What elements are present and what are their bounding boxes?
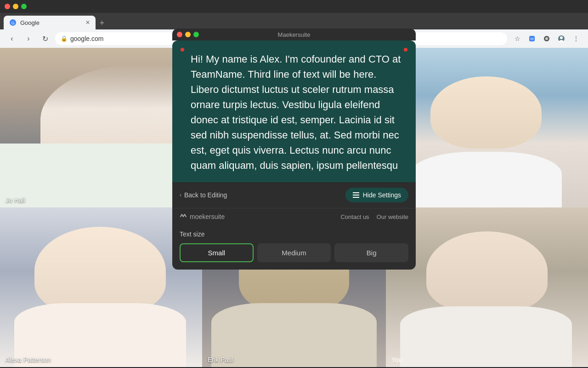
new-tab-button[interactable]: +: [96, 17, 108, 29]
url-text: google.com: [70, 35, 103, 42]
extension-icon-1[interactable]: M: [526, 32, 538, 45]
traffic-light-minimize[interactable]: [13, 4, 18, 9]
browser-tabs: G Google ✕ +: [0, 13, 588, 29]
extension-icon-2[interactable]: [540, 32, 553, 45]
size-medium-button[interactable]: Medium: [257, 243, 331, 262]
lines-icon: [353, 192, 359, 198]
back-to-editing-button[interactable]: ‹ Back to Editing: [180, 191, 227, 199]
svg-point-5: [545, 37, 548, 40]
maeker-logo: moekersuite: [180, 213, 225, 220]
participant-name-erik: Erik Paul: [208, 356, 233, 363]
video-cell-jo-hall: Jo Hall: [0, 48, 202, 207]
tab-favicon: G: [9, 19, 17, 26]
forward-button[interactable]: ›: [22, 32, 35, 45]
maeker-traffic-lights: [177, 32, 199, 37]
maeker-logo-icon: [180, 213, 187, 220]
hide-settings-label: Hide Settings: [363, 191, 401, 199]
back-button[interactable]: ‹: [6, 32, 18, 45]
browser-titlebar: [0, 0, 588, 13]
maeker-tl-fullscreen[interactable]: [193, 32, 199, 37]
size-big-button[interactable]: Big: [334, 243, 408, 262]
tab-title: Google: [20, 19, 82, 26]
video-cell-alexa: Alexa Patterson: [0, 207, 202, 367]
tab-close-button[interactable]: ✕: [85, 19, 90, 26]
lock-icon: 🔒: [61, 35, 68, 42]
red-dot-right: [404, 48, 407, 52]
maeker-logo-text: moekersuite: [190, 213, 225, 220]
participant-name-alexa: Alexa Patterson: [6, 356, 51, 363]
hide-settings-button[interactable]: Hide Settings: [345, 188, 408, 202]
more-button[interactable]: ⋮: [570, 32, 582, 45]
video-cell-you: You: [386, 207, 588, 367]
back-to-editing-label: Back to Editing: [184, 191, 227, 199]
traffic-light-fullscreen[interactable]: [21, 4, 27, 9]
maeker-overlay: Hi! My name is Alex. I'm cofounder and C…: [172, 40, 416, 270]
settings-header: ‹ Back to Editing Hide Settings: [172, 182, 416, 208]
red-dot-left: [181, 48, 184, 52]
maeker-tl-close[interactable]: [177, 32, 182, 37]
chevron-left-icon: ‹: [180, 192, 181, 198]
size-small-button[interactable]: Small: [180, 243, 254, 262]
profile-icon[interactable]: [555, 32, 568, 45]
reload-button[interactable]: ↻: [39, 32, 51, 45]
svg-point-7: [560, 36, 563, 39]
our-website-link[interactable]: Our website: [377, 213, 408, 220]
bookmark-button[interactable]: ☆: [511, 32, 524, 45]
participant-name-jo: Jo Hall: [6, 196, 25, 204]
text-size-buttons: Small Medium Big: [180, 243, 408, 262]
browser-tab-active[interactable]: G Google ✕: [4, 16, 96, 29]
text-size-section: Text size Small Medium Big: [172, 225, 416, 270]
maeker-window-titlebar: Maekersuite: [172, 29, 416, 40]
teleprompter-text: Hi! My name is Alex. I'm cofounder and C…: [185, 52, 403, 173]
text-size-label: Text size: [180, 230, 408, 238]
svg-text:G: G: [11, 21, 14, 25]
video-cell-top-right: [386, 48, 588, 207]
contact-us-link[interactable]: Contact us: [340, 213, 369, 220]
maeker-window-title: Maekersuite: [278, 31, 311, 38]
jo-hall-video: [0, 48, 202, 207]
settings-branding: moekersuite Contact us Our website: [172, 208, 416, 225]
you-label: You: [391, 356, 402, 363]
settings-links: Contact us Our website: [340, 213, 408, 220]
traffic-light-close[interactable]: [5, 4, 10, 9]
maeker-tl-minimize[interactable]: [185, 32, 191, 37]
toolbar-actions: ☆ M ⋮: [511, 32, 582, 45]
teleprompter-card: Hi! My name is Alex. I'm cofounder and C…: [172, 40, 416, 182]
svg-text:M: M: [531, 37, 534, 41]
settings-panel: ‹ Back to Editing Hide Settings moekersu…: [172, 182, 416, 270]
